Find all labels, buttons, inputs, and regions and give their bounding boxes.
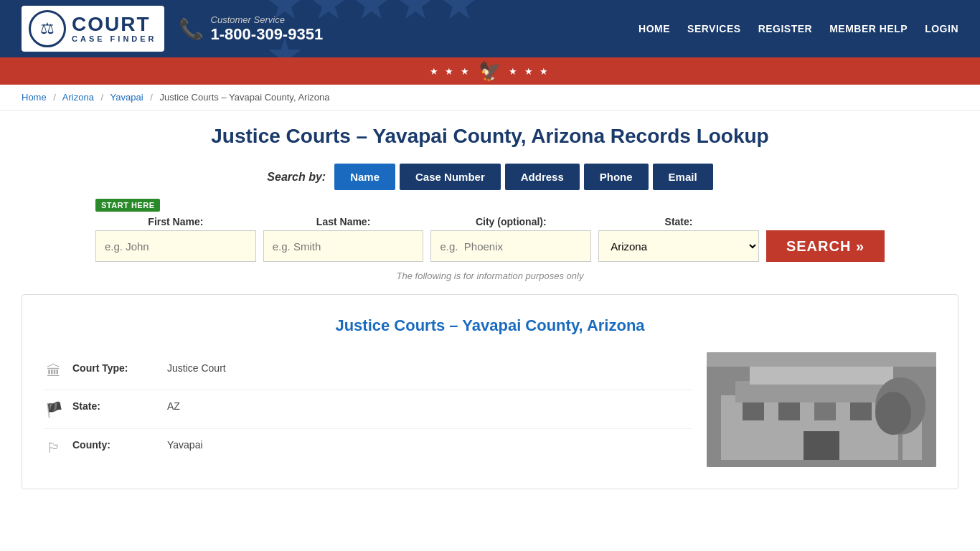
stars-right: ★ ★ ★ — [509, 66, 550, 77]
breadcrumb-current: Justice Courts – Yavapai County, Arizona — [159, 92, 329, 103]
county-value: Yavapai — [167, 439, 203, 451]
county-icon: 🏳 — [44, 440, 64, 456]
breadcrumb-sep-1: / — [53, 92, 56, 103]
main-nav: HOME SERVICES REGISTER MEMBER HELP LOGIN — [639, 23, 958, 34]
svg-rect-7 — [850, 402, 872, 420]
breadcrumb-sep-2: / — [101, 92, 104, 103]
eagle-banner: ★ ★ ★ 🦅 ★ ★ ★ — [0, 57, 980, 85]
court-type-icon: 🏛 — [44, 363, 64, 380]
tab-email[interactable]: Email — [653, 164, 713, 190]
logo-text: COURT CASE FINDER — [72, 14, 157, 43]
state-icon: 🏴 — [44, 401, 64, 418]
svg-rect-12 — [898, 435, 903, 460]
last-name-group: Last Name: — [263, 216, 424, 262]
svg-rect-6 — [814, 402, 836, 420]
state-select[interactable]: Alabama Alaska Arizona Arkansas Californ… — [598, 230, 759, 262]
nav-services[interactable]: SERVICES — [687, 23, 741, 34]
court-type-value: Justice Court — [167, 362, 226, 374]
svg-rect-9 — [804, 431, 839, 460]
logo: ⚖ COURT CASE FINDER — [22, 6, 164, 52]
city-input[interactable] — [430, 230, 591, 262]
court-image — [707, 352, 936, 467]
breadcrumb-arizona[interactable]: Arizona — [62, 92, 94, 103]
city-group: City (optional): — [430, 216, 591, 262]
first-name-input[interactable] — [95, 230, 256, 262]
last-name-label: Last Name: — [263, 216, 424, 227]
svg-rect-4 — [743, 402, 764, 420]
tab-address[interactable]: Address — [505, 164, 580, 190]
first-name-label: First Name: — [95, 216, 256, 227]
breadcrumb-yavapai[interactable]: Yavapai — [110, 92, 143, 103]
search-form: First Name: Last Name: City (optional): … — [95, 216, 885, 262]
logo-emblem: ⚖ — [29, 10, 66, 47]
first-name-group: First Name: — [95, 216, 256, 262]
tab-case-number[interactable]: Case Number — [400, 164, 501, 190]
breadcrumb-home[interactable]: Home — [22, 92, 47, 103]
svg-rect-5 — [778, 402, 800, 420]
court-type-row: 🏛 Court Type: Justice Court — [44, 352, 692, 390]
search-by-label: Search by: — [267, 171, 326, 184]
court-info-left: 🏛 Court Type: Justice Court 🏴 State: AZ … — [44, 352, 692, 467]
breadcrumb: Home / Arizona / Yavapai / Justice Court… — [0, 85, 980, 110]
county-row: 🏳 County: Yavapai — [44, 429, 692, 466]
court-type-label: Court Type: — [72, 362, 159, 374]
logo-court-text: COURT — [72, 14, 157, 34]
eagle-icon: 🦅 — [479, 60, 501, 83]
logo-case-finder-text: CASE FINDER — [72, 34, 157, 43]
svg-rect-13 — [707, 352, 936, 367]
search-button[interactable]: SEARCH » — [766, 230, 885, 262]
svg-rect-3 — [750, 367, 893, 385]
city-label: City (optional): — [430, 216, 591, 227]
breadcrumb-sep-3: / — [150, 92, 153, 103]
state-label-info: State: — [72, 400, 159, 412]
nav-login[interactable]: LOGIN — [925, 23, 958, 34]
nav-member-help[interactable]: MEMBER HELP — [829, 23, 908, 34]
page-title: Justice Courts – Yavapai County, Arizona… — [22, 125, 958, 148]
nav-home[interactable]: HOME — [639, 23, 670, 34]
start-here-badge: START HERE — [95, 199, 160, 212]
header-stars-decoration: ★ ★ ★ ★ ★ ★ — [265, 0, 478, 57]
info-note: The following is for information purpose… — [22, 270, 958, 281]
tab-phone[interactable]: Phone — [584, 164, 649, 190]
state-label: State: — [598, 216, 759, 227]
site-header: ⚖ COURT CASE FINDER 📞 Customer Service 1… — [0, 0, 980, 57]
tab-name[interactable]: Name — [334, 164, 395, 190]
state-row: 🏴 State: AZ — [44, 390, 692, 429]
county-label: County: — [72, 439, 159, 451]
stars-left: ★ ★ ★ — [430, 66, 471, 77]
svg-point-11 — [875, 392, 911, 435]
court-card-title: Justice Courts – Yavapai County, Arizona — [44, 316, 936, 335]
search-section: Search by: Name Case Number Address Phon… — [22, 164, 958, 281]
search-by-row: Search by: Name Case Number Address Phon… — [22, 164, 958, 190]
state-group: State: Alabama Alaska Arizona Arkansas C… — [598, 216, 759, 262]
nav-register[interactable]: REGISTER — [758, 23, 813, 34]
court-card: Justice Courts – Yavapai County, Arizona… — [22, 294, 958, 489]
state-value: AZ — [167, 400, 180, 412]
court-info-body: 🏛 Court Type: Justice Court 🏴 State: AZ … — [44, 352, 936, 467]
phone-icon: 📞 — [179, 17, 204, 41]
last-name-input[interactable] — [263, 230, 424, 262]
main-content: Justice Courts – Yavapai County, Arizona… — [0, 110, 980, 504]
eagle-container: ★ ★ ★ 🦅 ★ ★ ★ — [430, 60, 550, 83]
